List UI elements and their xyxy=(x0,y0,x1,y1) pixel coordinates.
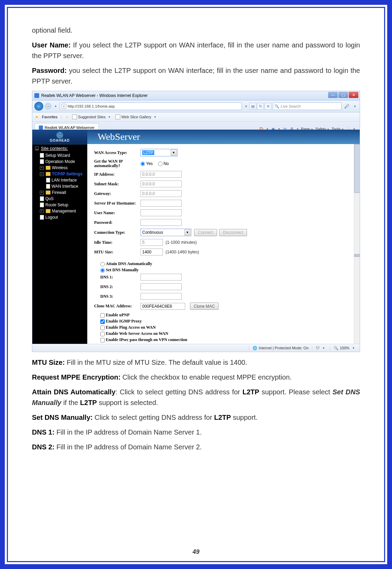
label: Connection Type: xyxy=(94,230,141,235)
text: if the xyxy=(61,399,80,406)
idle-time-input[interactable] xyxy=(141,239,163,246)
server-ip-input[interactable] xyxy=(141,200,182,207)
clone-mac-button[interactable]: Clone MAC xyxy=(190,303,219,310)
username-input[interactable] xyxy=(141,209,182,216)
connect-button[interactable]: Connect xyxy=(194,229,217,236)
radio-dns-manual[interactable]: Set DNS Manually xyxy=(100,267,138,272)
label: DNS 3: xyxy=(100,294,141,299)
sidebar-heading: − Site contents: xyxy=(32,144,87,152)
close-button[interactable]: ✕ xyxy=(349,92,358,98)
sidebar-item-route[interactable]: Route Setup xyxy=(32,202,87,208)
history-dropdown[interactable]: ▼ xyxy=(53,105,58,108)
add-favorite-icon[interactable]: ☆ xyxy=(65,115,69,119)
disconnect-button[interactable]: Disconnect xyxy=(219,229,247,236)
sidebar-item-wireless[interactable]: +Wireless xyxy=(32,165,87,171)
file-icon xyxy=(40,215,44,220)
minimize-button[interactable]: — xyxy=(328,92,338,98)
folder-icon xyxy=(46,190,51,195)
search-provider-dropdown[interactable]: ▼ xyxy=(352,105,358,108)
suggested-sites-link[interactable]: Suggested Sites ▼ xyxy=(72,114,112,119)
dns2-input[interactable] xyxy=(141,283,182,290)
text: optional field. xyxy=(32,26,72,34)
search-go-icon[interactable]: 🔎 xyxy=(343,104,351,109)
text: Click the checkbox to enable request MPP… xyxy=(121,373,292,381)
text: you select the L2TP support on WAN inter… xyxy=(32,67,360,85)
logo-swirl-icon: ➰ xyxy=(56,132,63,139)
file-icon xyxy=(40,196,44,201)
radio-no[interactable]: No xyxy=(158,161,169,166)
status-bar: 🌐 Internet | Protected Mode: On 🛡▼ 🔍 100… xyxy=(32,344,360,352)
label-dns1: DNS 1: xyxy=(32,428,55,436)
search-field[interactable]: 🔍 Live Search xyxy=(273,102,341,110)
label: WAN Access Type: xyxy=(94,150,141,155)
page-icon: e xyxy=(61,104,66,109)
radio-dns-auto[interactable]: Attain DNS Automatically xyxy=(100,261,152,266)
text-bold: L2TP xyxy=(214,414,231,421)
radio-yes[interactable]: Yes xyxy=(141,161,153,166)
password-input[interactable] xyxy=(141,219,182,226)
document-body: optional field. User Name: If you select… xyxy=(32,25,360,87)
text: Fill in the MTU size of MTU Size. The de… xyxy=(65,359,247,366)
label: IP Address: xyxy=(94,172,141,177)
internet-zone[interactable]: 🌐 Internet | Protected Mode: On xyxy=(249,346,312,350)
label: Subnet Mask: xyxy=(94,182,141,187)
stop-button[interactable]: ✕ xyxy=(265,103,271,110)
tree-toggle-icon[interactable]: − xyxy=(40,172,44,176)
sidebar-item-qos[interactable]: QoS xyxy=(32,196,87,202)
scroll-marker xyxy=(354,254,360,257)
chk-igmp[interactable]: Enable IGMP Proxy xyxy=(100,319,142,324)
label: Password: xyxy=(94,220,141,225)
tree-toggle-icon[interactable]: + xyxy=(40,209,44,213)
forward-button[interactable]: → xyxy=(45,103,52,110)
mtu-input[interactable] xyxy=(141,249,163,255)
favorites-star-icon[interactable]: ★ xyxy=(35,115,38,119)
search-placeholder: Live Search xyxy=(281,104,301,108)
url-field[interactable]: e http://192.168.1.1/home.asp xyxy=(60,102,242,110)
compat-button[interactable]: ▤ xyxy=(249,103,256,110)
chk-webserver[interactable]: Enable Web Server Access on WAN xyxy=(100,331,168,336)
tree-toggle-icon[interactable]: + xyxy=(40,191,44,195)
zoom-control[interactable]: 🔍 100% ▼ xyxy=(330,346,360,350)
connection-type-select[interactable]: Continuous ▼ xyxy=(141,229,191,236)
sidebar-item-tcpip[interactable]: −TCP/IP Settings xyxy=(32,171,87,177)
ip-address-input[interactable] xyxy=(141,171,182,178)
wan-access-type-select[interactable]: L2TP ▼ xyxy=(141,149,178,156)
favorites-label[interactable]: Favorites xyxy=(42,115,57,119)
text-bold: L2TP xyxy=(80,399,97,406)
text: Fill in the IP address of Domain Name Se… xyxy=(55,443,202,451)
favorites-bar: ★ Favorites | ☆ Suggested Sites ▼ Web Sl… xyxy=(32,112,360,122)
back-button[interactable]: ← xyxy=(34,102,43,111)
label-mtu: MTU Size: xyxy=(32,359,65,366)
chk-upnp[interactable]: Enable uPNP xyxy=(100,313,130,317)
gateway-input[interactable] xyxy=(141,190,182,197)
maximize-button[interactable]: ▢ xyxy=(338,92,348,98)
dns1-input[interactable] xyxy=(141,274,182,281)
dns3-input[interactable] xyxy=(141,293,182,300)
search-icon: 🔍 xyxy=(275,104,279,109)
window-titlebar: Realtek WLAN AP Webserver - Windows Inte… xyxy=(32,91,360,100)
sidebar-item-management[interactable]: +Management xyxy=(32,208,87,214)
sidebar-item-operation-mode[interactable]: Operation Mode xyxy=(32,158,87,165)
sidebar-item-wan[interactable]: WAN Interface xyxy=(32,183,87,189)
sidebar-item-lan[interactable]: LAN Interface xyxy=(32,177,87,183)
addr-dropdown[interactable]: ▼ xyxy=(243,105,249,108)
scroll-thumb[interactable] xyxy=(354,144,360,193)
web-slice-link[interactable]: Web Slice Gallery ▼ xyxy=(115,114,158,119)
mac-input[interactable] xyxy=(141,303,185,310)
protected-mode-toggle[interactable]: 🛡▼ xyxy=(312,346,330,350)
label: Get the WAN IP automatically? xyxy=(94,159,141,168)
label: Idle Time: xyxy=(94,240,141,245)
label: DNS 1: xyxy=(100,275,141,280)
subnet-mask-input[interactable] xyxy=(141,180,182,187)
tree-toggle-icon[interactable]: + xyxy=(40,166,44,170)
sidebar-item-logout[interactable]: Logout xyxy=(32,214,87,220)
refresh-button[interactable]: ↻ xyxy=(257,103,264,110)
tree-toggle-icon[interactable]: − xyxy=(35,146,39,150)
chk-ping[interactable]: Enable Ping Access on WAN xyxy=(100,325,156,330)
sidebar-item-firewall[interactable]: +Firewall xyxy=(32,189,87,196)
sidebar-item-setup-wizard[interactable]: Setup Wizard xyxy=(32,152,87,158)
window-favicon xyxy=(34,93,39,98)
label: User Name: xyxy=(94,210,141,216)
chk-ipsec[interactable]: Enable IPsec pass through on VPN connect… xyxy=(100,337,187,342)
vertical-scrollbar[interactable] xyxy=(354,144,360,344)
